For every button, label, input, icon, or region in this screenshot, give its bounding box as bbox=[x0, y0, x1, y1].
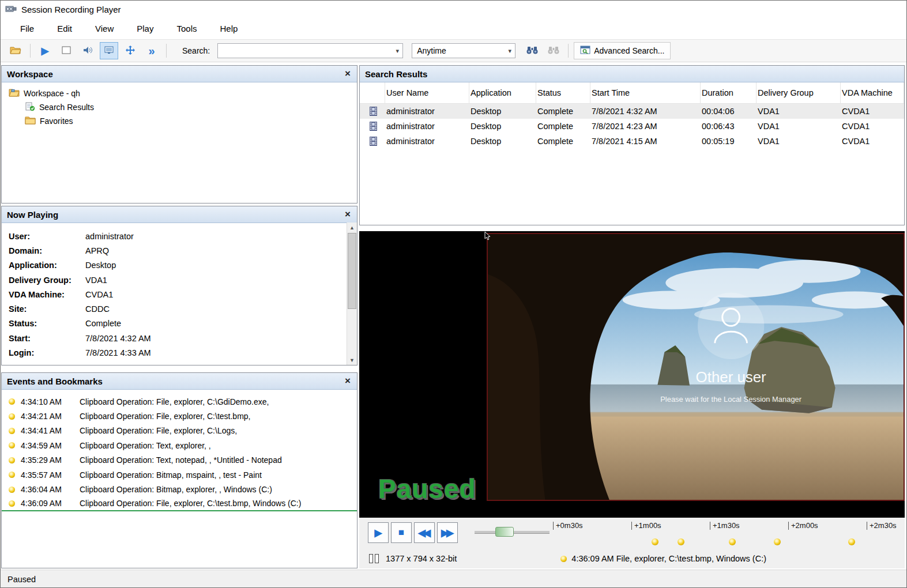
search-previous-button[interactable] bbox=[544, 42, 563, 59]
detail-value: APRQ bbox=[85, 246, 109, 255]
cell-application[interactable]: Desktop bbox=[469, 134, 536, 149]
cell-start-time[interactable]: 7/8/2021 4:23 AM bbox=[590, 119, 701, 134]
detail-value: administrator bbox=[85, 232, 134, 241]
play-button-toolbar[interactable]: ▶ bbox=[36, 42, 54, 59]
scale-to-fit-button[interactable] bbox=[100, 42, 118, 59]
audio-button[interactable] bbox=[78, 42, 97, 59]
cell-user[interactable]: administrator bbox=[385, 104, 469, 119]
cell-vda-machine[interactable]: CVDA1 bbox=[841, 119, 904, 134]
cell-delivery-group[interactable]: VDA1 bbox=[757, 134, 841, 149]
event-text: Clipboard Operation: Text, explorer, , bbox=[80, 441, 211, 450]
more-tools-button[interactable]: » bbox=[142, 42, 161, 59]
close-icon[interactable]: × bbox=[344, 209, 352, 220]
timeline-event-marker[interactable] bbox=[678, 538, 684, 545]
cell-delivery-group[interactable]: VDA1 bbox=[757, 104, 841, 119]
cell-duration[interactable]: 00:05:19 bbox=[701, 134, 757, 149]
frame-button[interactable] bbox=[57, 42, 76, 59]
menu-view[interactable]: View bbox=[84, 21, 125, 36]
time-filter-combobox[interactable]: Anytime ▾ bbox=[412, 43, 515, 58]
event-item[interactable]: 4:34:21 AMClipboard Operation: File, exp… bbox=[2, 409, 357, 423]
now-playing-panel: Now Playing × User:administrator Domain:… bbox=[1, 206, 357, 365]
search-input[interactable] bbox=[218, 45, 392, 56]
event-marker-icon bbox=[9, 472, 15, 478]
event-time: 4:36:04 AM bbox=[21, 485, 74, 494]
close-icon[interactable]: × bbox=[344, 375, 352, 387]
menu-edit[interactable]: Edit bbox=[46, 21, 84, 36]
recording-icon[interactable] bbox=[360, 104, 385, 119]
search-label: Search: bbox=[182, 46, 210, 55]
cell-status[interactable]: Complete bbox=[536, 134, 590, 149]
cell-vda-machine[interactable]: CVDA1 bbox=[841, 104, 904, 119]
scrollbar-thumb[interactable] bbox=[348, 233, 356, 309]
title-bar: Session Recording Player bbox=[1, 1, 906, 18]
fast-forward-button[interactable]: ▶▶ bbox=[437, 522, 458, 543]
tree-item-favorites[interactable]: Favorites bbox=[2, 114, 357, 128]
workspace-title: Workspace bbox=[7, 69, 53, 79]
cell-status[interactable]: Complete bbox=[536, 119, 590, 134]
fast-forward-icon: ▶▶ bbox=[441, 527, 451, 539]
open-file-button[interactable] bbox=[6, 42, 25, 59]
column-header-icon[interactable] bbox=[360, 82, 385, 104]
column-header-status[interactable]: Status bbox=[536, 82, 590, 104]
time-filter-dropdown-icon[interactable]: ▾ bbox=[505, 47, 515, 55]
column-header-vda-machine[interactable]: VDA Machine bbox=[841, 82, 904, 104]
menu-file[interactable]: File bbox=[9, 21, 46, 36]
cell-vda-machine[interactable]: CVDA1 bbox=[841, 134, 904, 149]
column-header-delivery-group[interactable]: Delivery Group bbox=[757, 82, 841, 104]
now-playing-scrollbar[interactable]: ▲ ▼ bbox=[347, 223, 357, 365]
player-controls: ▶ ■ ◀◀ ▶▶ +0m30s +1m00s +1m30s +2m00s +2… bbox=[359, 518, 905, 568]
event-item[interactable]: 4:35:29 AMClipboard Operation: Text, not… bbox=[2, 453, 357, 468]
search-combobox[interactable]: ▾ bbox=[217, 43, 403, 58]
cell-application[interactable]: Desktop bbox=[469, 104, 536, 119]
event-item[interactable]: 4:34:59 AMClipboard Operation: Text, exp… bbox=[2, 438, 357, 453]
play-button[interactable]: ▶ bbox=[368, 522, 389, 543]
timeline-event-marker[interactable] bbox=[729, 538, 736, 545]
recording-icon[interactable] bbox=[360, 134, 385, 149]
stop-button[interactable]: ■ bbox=[391, 522, 412, 543]
event-item[interactable]: 4:34:10 AMClipboard Operation: File, exp… bbox=[2, 394, 357, 409]
search-dropdown-icon[interactable]: ▾ bbox=[392, 47, 402, 55]
status-bar: Paused bbox=[1, 570, 906, 588]
column-header-duration[interactable]: Duration bbox=[701, 82, 757, 104]
column-header-start-time[interactable]: Start Time bbox=[590, 82, 701, 104]
column-header-application[interactable]: Application bbox=[469, 82, 536, 104]
close-icon[interactable]: × bbox=[344, 68, 352, 80]
scroll-up-icon[interactable]: ▲ bbox=[347, 223, 357, 232]
rewind-button[interactable]: ◀◀ bbox=[414, 522, 435, 543]
other-user-label: Other user bbox=[696, 369, 766, 385]
timeline-event-marker[interactable] bbox=[774, 538, 781, 545]
resolution-label: 1377 x 794 x 32-bit bbox=[386, 554, 457, 563]
advanced-search-label: Advanced Search... bbox=[594, 46, 664, 55]
toolbar-separator bbox=[30, 44, 31, 58]
advanced-search-button[interactable]: Advanced Search... bbox=[574, 42, 671, 59]
cell-start-time[interactable]: 7/8/2021 4:32 AM bbox=[590, 104, 701, 119]
timeline-event-marker[interactable] bbox=[652, 538, 658, 545]
speed-slider-handle[interactable] bbox=[495, 527, 514, 537]
cell-user[interactable]: administrator bbox=[385, 119, 469, 134]
player-panel: Other user Please wait for the Local Ses… bbox=[359, 231, 905, 568]
recording-icon[interactable] bbox=[360, 119, 385, 134]
cell-delivery-group[interactable]: VDA1 bbox=[757, 119, 841, 134]
event-item[interactable]: 4:34:41 AMClipboard Operation: File, exp… bbox=[2, 424, 357, 438]
tree-item-workspace-root[interactable]: Workspace - qh bbox=[2, 86, 357, 100]
scroll-down-icon[interactable]: ▼ bbox=[347, 355, 357, 365]
cell-user[interactable]: administrator bbox=[385, 134, 469, 149]
event-item-current[interactable]: 4:36:09 AMClipboard Operation: File, exp… bbox=[2, 497, 357, 511]
cell-status[interactable]: Complete bbox=[536, 104, 590, 119]
cell-start-time[interactable]: 7/8/2021 4:15 AM bbox=[590, 134, 701, 149]
timeline-event-marker[interactable] bbox=[848, 538, 855, 545]
menu-tools[interactable]: Tools bbox=[165, 21, 208, 36]
cell-duration[interactable]: 00:06:43 bbox=[701, 119, 757, 134]
cell-duration[interactable]: 00:04:06 bbox=[701, 104, 757, 119]
menu-help[interactable]: Help bbox=[209, 21, 250, 36]
player-status-row: 1377 x 794 x 32-bit 4:36:09 AM File, exp… bbox=[359, 550, 905, 567]
pan-button[interactable] bbox=[121, 42, 140, 59]
menu-play[interactable]: Play bbox=[125, 21, 165, 36]
tree-item-search-results[interactable]: Search Results bbox=[2, 100, 357, 114]
pause-state-icon bbox=[369, 554, 379, 563]
cell-application[interactable]: Desktop bbox=[469, 119, 536, 134]
search-go-button[interactable] bbox=[523, 42, 541, 59]
event-item[interactable]: 4:36:04 AMClipboard Operation: Bitmap, e… bbox=[2, 482, 357, 496]
column-header-user[interactable]: User Name bbox=[385, 82, 469, 104]
event-item[interactable]: 4:35:57 AMClipboard Operation: Bitmap, m… bbox=[2, 468, 357, 482]
